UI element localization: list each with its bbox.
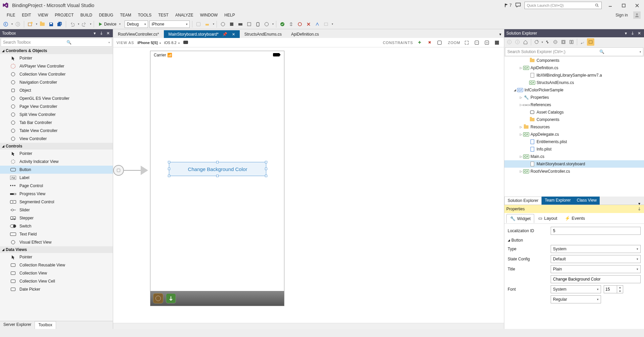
tree-item[interactable]: ▷🔧Properties xyxy=(504,94,644,101)
toolbar-check-btn[interactable] xyxy=(279,20,286,28)
tree-item[interactable]: Components xyxy=(504,116,644,123)
device-model-combo[interactable]: iPhone 5[S] ▾ xyxy=(137,41,161,45)
menu-project[interactable]: PROJECT xyxy=(51,11,77,19)
tree-expander-icon[interactable]: ▷ xyxy=(518,133,523,136)
tab-mainstoryboard[interactable]: MainStoryboard.storyboard* 📌 ✕ xyxy=(164,30,240,38)
menu-tools[interactable]: TOOLS xyxy=(135,11,155,19)
toolbar-btn-3[interactable] xyxy=(219,20,227,28)
new-project-button[interactable] xyxy=(27,20,34,28)
tree-item[interactable]: ▷Resources xyxy=(504,123,644,131)
nav-forward-button[interactable] xyxy=(14,20,21,28)
button-section-header[interactable]: ◢Button xyxy=(508,238,641,243)
tree-item[interactable]: Asset Catalogs xyxy=(504,109,644,116)
se-home-icon[interactable] xyxy=(522,38,529,46)
stepper-down-icon[interactable]: ▼ xyxy=(617,289,623,293)
tree-expander-icon[interactable]: ▷ xyxy=(518,96,523,99)
toolbox-item[interactable]: Collection View Cell xyxy=(0,277,113,285)
new-project-dropdown[interactable]: ▾ xyxy=(36,23,37,26)
constraints-frame-icon[interactable] xyxy=(436,39,443,46)
props-dropdown-icon[interactable]: ▾ xyxy=(637,201,642,206)
feedback-icon[interactable] xyxy=(515,2,521,9)
toolbar-btn-1[interactable] xyxy=(195,20,202,28)
selected-button-element[interactable]: Change Background Color xyxy=(169,162,266,176)
toolbox-item[interactable]: Collection View xyxy=(0,269,113,277)
prop-tab-widget[interactable]: 🔧 Widget xyxy=(506,214,534,223)
tree-expander-icon[interactable]: ▷ xyxy=(518,155,523,158)
resize-handle[interactable] xyxy=(265,175,267,177)
tree-item[interactable]: Info.plist xyxy=(504,145,644,153)
localization-id-input[interactable] xyxy=(551,227,641,235)
zoom-out-icon[interactable]: − xyxy=(473,39,480,46)
tree-item[interactable]: ▷C#ApiDefinition.cs xyxy=(504,64,644,72)
tree-item[interactable]: ▷▭▭References xyxy=(504,101,644,109)
tree-item[interactable]: libXMBindingLibrarySample-armv7.a xyxy=(504,72,644,79)
tree-item[interactable]: MainStoryboard.storyboard xyxy=(504,160,644,168)
tree-item[interactable]: ◢C#InfColorPickerSample xyxy=(504,86,644,94)
tab-close-icon[interactable]: ✕ xyxy=(232,32,235,36)
font-size-stepper[interactable]: ▲▼ xyxy=(604,285,623,293)
toolbox-item[interactable]: Segmented Control xyxy=(0,198,113,206)
menu-window[interactable]: WINDOW xyxy=(197,11,221,19)
constraints-remove-icon[interactable]: ✖ xyxy=(426,39,433,46)
tree-item[interactable]: Components xyxy=(504,57,644,64)
tree-expander-icon[interactable]: ▷ xyxy=(518,170,523,173)
toolbox-item[interactable]: Activity Indicator View xyxy=(0,158,113,166)
orientation-icon[interactable] xyxy=(183,40,188,45)
tab-structsandenums[interactable]: StructsAndEnums.cs xyxy=(240,30,286,38)
tree-expander-icon[interactable]: ▷ xyxy=(518,125,523,129)
toolbox-item[interactable]: Page View Controller xyxy=(0,102,113,111)
menu-view[interactable]: VIEW xyxy=(35,11,52,19)
quick-launch-input[interactable]: Quick Launch (Ctrl+Q) xyxy=(524,2,602,9)
toolbox-close-icon[interactable]: ✕ xyxy=(105,31,111,36)
toolbox-item[interactable]: Slider xyxy=(0,206,113,214)
tree-expander-icon[interactable]: ◢ xyxy=(512,88,517,92)
solution-tree[interactable]: Components▷C#ApiDefinition.cslibXMBindin… xyxy=(504,57,644,197)
start-debug-button[interactable]: Device ▾ xyxy=(96,20,123,28)
nav-back-dropdown[interactable]: ▾ xyxy=(11,23,13,26)
toolbox-item[interactable]: View Controller xyxy=(0,135,113,143)
resize-handle[interactable] xyxy=(168,168,170,170)
font-family-combo[interactable]: System xyxy=(551,285,601,293)
toolbar-btn-12[interactable] xyxy=(314,20,321,28)
title-text-input[interactable] xyxy=(551,275,641,283)
se-refresh-icon[interactable] xyxy=(533,38,540,46)
platform-combo[interactable]: iPhone xyxy=(149,20,190,28)
toolbar-btn-2[interactable] xyxy=(203,20,211,28)
save-all-button[interactable] xyxy=(56,20,63,28)
toolbar-btn-7[interactable] xyxy=(254,20,262,28)
toolbox-group-header[interactable]: ◢ Controls xyxy=(0,143,113,150)
se-search-input[interactable]: Search Solution Explorer (Ctrl+;) 🔍 ▾ xyxy=(505,47,643,56)
tab-toolbox[interactable]: Toolbox xyxy=(35,321,56,329)
se-wrench-icon[interactable] xyxy=(579,38,586,46)
open-file-button[interactable] xyxy=(39,20,46,28)
menu-edit[interactable]: EDIT xyxy=(18,11,34,19)
toolbox-item[interactable]: Button xyxy=(0,166,113,174)
save-button[interactable] xyxy=(47,20,55,28)
state-config-combo[interactable]: Default xyxy=(551,255,641,263)
se-properties-icon[interactable] xyxy=(568,38,575,46)
sign-in-link[interactable]: Sign in xyxy=(612,11,631,19)
toolbox-item[interactable]: Visual Effect View xyxy=(0,238,113,246)
toolbox-item[interactable]: Progress View xyxy=(0,190,113,198)
tab-apidefinition[interactable]: ApiDefinition.cs xyxy=(286,30,324,38)
toolbox-search-input[interactable]: Search Toolbox 🔍 ▾ xyxy=(1,38,112,47)
dock-icon-2[interactable] xyxy=(166,293,176,303)
toolbox-item[interactable]: Pointer xyxy=(0,54,113,62)
toolbar-btn-4[interactable] xyxy=(228,20,235,28)
tab-team-explorer[interactable]: Team Explorer xyxy=(542,197,573,205)
tree-item[interactable]: ▷C#AppDelegate.cs xyxy=(504,131,644,138)
user-avatar-icon[interactable] xyxy=(633,11,641,19)
tree-expander-icon[interactable]: ▷ xyxy=(518,66,523,70)
initial-view-controller-arrow[interactable] xyxy=(113,165,148,176)
se-collapse-icon[interactable] xyxy=(552,38,559,46)
props-pin-icon[interactable] xyxy=(637,206,642,212)
se-showall-icon[interactable] xyxy=(560,38,567,46)
redo-dropdown[interactable]: ▾ xyxy=(90,23,91,26)
zoom-in-icon[interactable]: + xyxy=(483,39,491,46)
tab-solution-explorer[interactable]: Solution Explorer xyxy=(504,197,542,205)
window-close-button[interactable] xyxy=(632,2,642,9)
toolbox-item[interactable]: Navigation Controller xyxy=(0,78,113,86)
toolbar-btn-11[interactable] xyxy=(305,20,312,28)
toolbox-item[interactable]: Pointer xyxy=(0,150,113,158)
toolbox-item[interactable]: Tab Bar Controller xyxy=(0,119,113,127)
